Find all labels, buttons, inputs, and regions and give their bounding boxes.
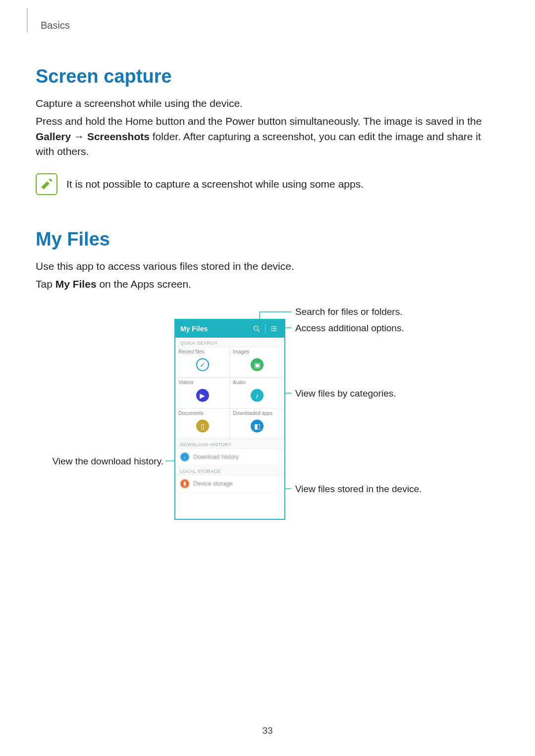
page-number: 33 [262,725,272,736]
svg-rect-7 [272,330,276,331]
more-options-icon[interactable] [268,323,279,334]
cell-apps-label: Downloaded apps [233,410,281,416]
image-icon: ▣ [251,358,264,371]
cell-videos-label: Videos [178,380,226,385]
callout-download-history: View the download history. [47,456,163,467]
svg-point-2 [271,326,272,327]
download-icon: ↓ [180,453,189,461]
cell-recent-files[interactable]: Recent files ✓ [175,347,230,378]
mf-bold: My Files [55,278,97,290]
svg-line-1 [258,330,260,332]
my-files-tap: Tap My Files on the Apps screen. [36,277,500,292]
search-icon[interactable] [251,323,262,334]
note-row: It is not possible to capture a screensh… [36,173,500,195]
heading-screen-capture: Screen capture [36,66,500,87]
video-icon: ▶ [196,389,209,402]
row-device-storage[interactable]: ▮ Device storage [175,475,284,493]
svg-point-6 [271,330,272,331]
callout-categories: View files by categories. [295,388,396,399]
sc-bold-gallery: Gallery [36,131,71,142]
download-history-label: DOWNLOAD HISTORY [175,439,284,449]
header-divider [265,324,266,333]
cell-documents-label: Documents [178,410,226,416]
cell-audio[interactable]: Audio ♪ [230,378,284,408]
cell-images[interactable]: Images ▣ [230,347,284,378]
mf-text-post: on the Apps screen. [97,278,191,290]
sc-text-pre: Press and hold the Home button and the P… [36,115,482,127]
note-text: It is not possible to capture a screensh… [66,178,364,190]
note-icon [36,173,57,195]
diagram-wrap: Search for files or folders. Access addi… [36,305,501,553]
pen-icon [40,177,54,191]
my-files-intro: Use this app to access various files sto… [36,259,500,274]
svg-rect-5 [272,328,276,329]
breadcrumb: Basics [41,20,500,31]
phone-mock: My Files QUICK SEARCH Recent files ✓ Ima… [174,319,285,520]
clock-icon: ✓ [196,358,209,371]
cell-images-label: Images [233,349,281,354]
svg-rect-3 [272,326,276,327]
callout-device-storage: View files stored in the device. [295,484,422,495]
category-grid: Recent files ✓ Images ▣ Videos ▶ Audio ♪… [175,347,284,439]
sc-arrow: → [71,131,87,142]
header-accent-line [27,8,28,33]
heading-my-files: My Files [36,229,500,250]
svg-point-4 [271,328,272,329]
quick-search-label: QUICK SEARCH [175,338,284,347]
device-storage-text: Device storage [193,480,233,487]
svg-point-0 [254,326,258,330]
download-history-text: Download history [193,454,239,460]
callout-search: Search for files or folders. [295,306,402,317]
mf-text-pre: Tap [36,278,55,290]
storage-icon: ▮ [180,479,189,488]
phone-title: My Files [180,325,251,333]
sc-bold-screenshots: Screenshots [87,131,150,142]
screen-capture-instructions: Press and hold the Home button and the P… [36,114,500,159]
callout-options: Access additional options. [295,323,404,334]
music-icon: ♪ [251,389,264,402]
row-download-history[interactable]: ↓ Download history [175,449,284,466]
cell-recent-label: Recent files [178,349,226,354]
cell-documents[interactable]: Documents ▯ [175,408,230,439]
local-storage-label: LOCAL STORAGE [175,466,284,475]
document-icon: ▯ [196,420,209,433]
apps-icon: ◧ [251,420,264,433]
phone-header: My Files [175,320,284,338]
cell-audio-label: Audio [233,380,281,385]
cell-videos[interactable]: Videos ▶ [175,378,230,408]
screen-capture-intro: Capture a screenshot while using the dev… [36,96,500,111]
cell-downloaded-apps[interactable]: Downloaded apps ◧ [230,408,284,439]
